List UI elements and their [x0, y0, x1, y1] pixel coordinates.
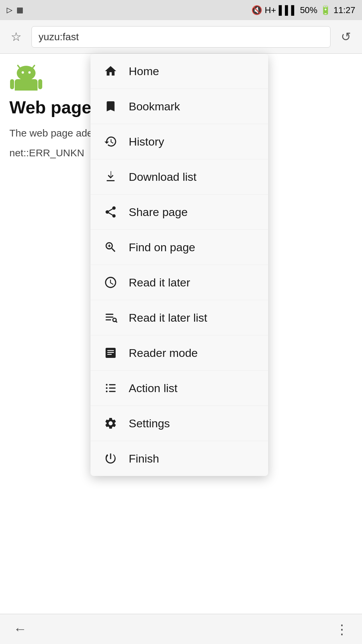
signal-bars: ▌▌▌ [279, 5, 297, 15]
android-logo [9, 64, 43, 91]
dropdown-menu: Home Bookmark History Download list Shar… [90, 54, 268, 476]
menu-item-find-on-page[interactable]: Find on page [90, 230, 268, 265]
action-list-icon [103, 380, 119, 396]
menu-label-history: History [129, 135, 164, 148]
menu-label-read-it-later: Read it later [129, 276, 190, 289]
menu-label-read-it-later-list: Read it later list [129, 311, 207, 324]
svg-rect-11 [109, 245, 110, 247]
url-bar[interactable] [32, 26, 330, 48]
menu-label-home: Home [129, 65, 159, 78]
menu-label-bookmark: Bookmark [129, 100, 180, 113]
share-icon [103, 204, 119, 220]
svg-rect-24 [109, 384, 116, 385]
svg-rect-6 [10, 79, 14, 89]
menu-label-find-on-page: Find on page [129, 241, 195, 254]
svg-point-22 [106, 387, 108, 389]
svg-point-3 [22, 71, 24, 74]
menu-item-read-it-later[interactable]: Read it later [90, 265, 268, 300]
time: 11:27 [334, 5, 355, 15]
signal-type: H+ [265, 5, 276, 15]
menu-item-home[interactable]: Home [90, 54, 268, 89]
svg-rect-26 [109, 391, 116, 392]
reload-button[interactable]: ↺ [336, 27, 356, 47]
battery-icon: 🔋 [320, 5, 331, 15]
menu-item-history[interactable]: History [90, 124, 268, 159]
history-icon [103, 133, 119, 150]
bottom-bar: ← ⋮ [0, 614, 362, 644]
svg-point-4 [28, 71, 31, 74]
reload-icon: ↺ [341, 30, 351, 44]
menu-item-action-list[interactable]: Action list [90, 371, 268, 406]
svg-rect-5 [15, 79, 38, 91]
finish-icon [103, 450, 119, 467]
svg-rect-14 [106, 319, 111, 320]
read-later-icon [103, 274, 119, 290]
menu-label-reader-mode: Reader mode [129, 346, 198, 360]
settings-icon [103, 415, 119, 431]
menu-label-download-list: Download list [129, 170, 196, 183]
more-icon: ⋮ [335, 622, 349, 637]
svg-rect-7 [38, 79, 42, 89]
reader-mode-icon [103, 345, 119, 361]
app-icon-1: ▷ [7, 6, 12, 14]
find-icon [103, 239, 119, 255]
bookmark-menu-icon [103, 98, 119, 114]
svg-point-23 [106, 391, 108, 392]
svg-point-2 [17, 66, 36, 80]
menu-item-finish[interactable]: Finish [90, 441, 268, 476]
battery-percent: 50% [300, 5, 317, 15]
more-button[interactable]: ⋮ [335, 622, 349, 637]
svg-line-16 [116, 321, 117, 322]
menu-item-settings[interactable]: Settings [90, 406, 268, 441]
back-button[interactable]: ← [13, 622, 27, 637]
menu-label-action-list: Action list [129, 382, 178, 395]
menu-item-read-it-later-list[interactable]: Read it later list [90, 300, 268, 335]
menu-label-settings: Settings [129, 417, 170, 430]
download-icon [103, 169, 119, 185]
app-icon-2: ▦ [16, 6, 23, 14]
mute-icon: 🔇 [251, 5, 262, 15]
status-bar: ▷ ▦ 🔇 H+ ▌▌▌ 50% 🔋 11:27 [0, 0, 362, 20]
svg-rect-25 [109, 387, 116, 388]
bookmark-button[interactable]: ☆ [6, 27, 26, 47]
back-icon: ← [13, 622, 27, 636]
read-later-list-icon [103, 310, 119, 326]
svg-rect-13 [106, 317, 113, 318]
browser-toolbar: ☆ ↺ [0, 20, 362, 54]
svg-rect-12 [106, 314, 113, 315]
status-right: 🔇 H+ ▌▌▌ 50% 🔋 11:27 [251, 5, 355, 15]
svg-rect-19 [107, 352, 114, 353]
menu-label-share-page: Share page [129, 206, 188, 219]
menu-item-reader-mode[interactable]: Reader mode [90, 335, 268, 371]
status-left: ▷ ▦ [7, 6, 23, 14]
bookmark-icon: ☆ [11, 30, 21, 44]
home-icon [103, 63, 119, 79]
svg-rect-20 [107, 354, 112, 355]
menu-label-finish: Finish [129, 452, 159, 465]
svg-point-21 [106, 384, 108, 386]
menu-item-download-list[interactable]: Download list [90, 159, 268, 195]
menu-item-share-page[interactable]: Share page [90, 195, 268, 230]
svg-rect-18 [107, 350, 114, 351]
menu-item-bookmark[interactable]: Bookmark [90, 89, 268, 124]
